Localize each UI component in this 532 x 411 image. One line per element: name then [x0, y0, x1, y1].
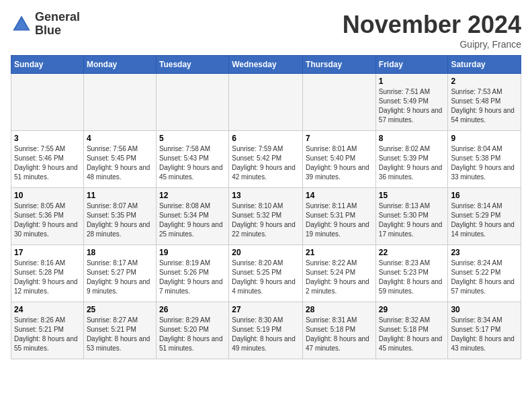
day-number: 21: [306, 248, 373, 257]
weekday-header-sunday: Sunday: [11, 56, 84, 74]
day-info: Sunrise: 8:30 AM Sunset: 5:19 PM Dayligh…: [232, 316, 300, 353]
calendar-cell: 5Sunrise: 7:58 AM Sunset: 5:43 PM Daylig…: [156, 131, 228, 188]
day-number: 20: [232, 248, 300, 257]
calendar-week-row: 17Sunrise: 8:16 AM Sunset: 5:28 PM Dayli…: [11, 245, 521, 302]
day-info: Sunrise: 7:53 AM Sunset: 5:48 PM Dayligh…: [451, 87, 518, 125]
day-info: Sunrise: 8:01 AM Sunset: 5:40 PM Dayligh…: [306, 144, 373, 182]
weekday-header-monday: Monday: [83, 56, 156, 74]
day-number: 25: [87, 305, 153, 314]
day-number: 28: [306, 305, 373, 314]
calendar-cell: 13Sunrise: 8:10 AM Sunset: 5:32 PM Dayli…: [229, 188, 303, 245]
day-number: 10: [14, 191, 81, 200]
calendar-cell: 18Sunrise: 8:17 AM Sunset: 5:27 PM Dayli…: [83, 245, 156, 302]
day-number: 12: [159, 191, 226, 200]
calendar-cell: 17Sunrise: 8:16 AM Sunset: 5:28 PM Dayli…: [11, 245, 84, 302]
day-info: Sunrise: 8:16 AM Sunset: 5:28 PM Dayligh…: [14, 259, 81, 296]
calendar-cell: 1Sunrise: 7:51 AM Sunset: 5:49 PM Daylig…: [375, 74, 448, 131]
calendar-cell: 6Sunrise: 7:59 AM Sunset: 5:42 PM Daylig…: [229, 131, 303, 188]
calendar-cell: 19Sunrise: 8:19 AM Sunset: 5:26 PM Dayli…: [156, 245, 228, 302]
calendar-cell: 23Sunrise: 8:24 AM Sunset: 5:22 PM Dayli…: [448, 245, 521, 302]
day-info: Sunrise: 8:02 AM Sunset: 5:39 PM Dayligh…: [379, 144, 445, 182]
day-number: 8: [379, 134, 445, 143]
day-info: Sunrise: 8:04 AM Sunset: 5:38 PM Dayligh…: [451, 144, 518, 182]
day-info: Sunrise: 8:32 AM Sunset: 5:18 PM Dayligh…: [379, 316, 445, 353]
calendar-cell: 20Sunrise: 8:20 AM Sunset: 5:25 PM Dayli…: [229, 245, 303, 302]
day-number: 16: [451, 191, 518, 200]
day-info: Sunrise: 8:17 AM Sunset: 5:27 PM Dayligh…: [87, 259, 153, 296]
day-info: Sunrise: 8:27 AM Sunset: 5:21 PM Dayligh…: [87, 316, 153, 353]
weekday-header-wednesday: Wednesday: [229, 56, 303, 74]
weekday-header-thursday: Thursday: [303, 56, 376, 74]
calendar-cell: 28Sunrise: 8:31 AM Sunset: 5:18 PM Dayli…: [303, 302, 376, 359]
weekday-header-tuesday: Tuesday: [156, 56, 228, 74]
day-info: Sunrise: 8:20 AM Sunset: 5:25 PM Dayligh…: [232, 259, 300, 296]
day-number: 30: [451, 305, 518, 314]
weekday-header-saturday: Saturday: [448, 56, 521, 74]
day-info: Sunrise: 7:51 AM Sunset: 5:49 PM Dayligh…: [379, 87, 445, 125]
calendar-cell: [229, 74, 303, 131]
calendar-cell: 24Sunrise: 8:26 AM Sunset: 5:21 PM Dayli…: [11, 302, 84, 359]
day-number: 13: [232, 191, 300, 200]
day-number: 15: [379, 191, 445, 200]
calendar-week-row: 24Sunrise: 8:26 AM Sunset: 5:21 PM Dayli…: [11, 302, 521, 359]
calendar-cell: 14Sunrise: 8:11 AM Sunset: 5:31 PM Dayli…: [303, 188, 376, 245]
calendar-cell: 4Sunrise: 7:56 AM Sunset: 5:45 PM Daylig…: [83, 131, 156, 188]
calendar-week-row: 1Sunrise: 7:51 AM Sunset: 5:49 PM Daylig…: [11, 74, 521, 131]
day-info: Sunrise: 7:56 AM Sunset: 5:45 PM Dayligh…: [87, 144, 153, 182]
day-info: Sunrise: 8:31 AM Sunset: 5:18 PM Dayligh…: [306, 316, 373, 353]
day-number: 24: [14, 305, 81, 314]
day-number: 4: [87, 134, 153, 143]
calendar-cell: 7Sunrise: 8:01 AM Sunset: 5:40 PM Daylig…: [303, 131, 376, 188]
day-number: 7: [306, 134, 373, 143]
day-number: 5: [159, 134, 226, 143]
day-number: 19: [159, 248, 226, 257]
day-info: Sunrise: 8:19 AM Sunset: 5:26 PM Dayligh…: [159, 259, 226, 296]
calendar-cell: 22Sunrise: 8:23 AM Sunset: 5:23 PM Dayli…: [375, 245, 448, 302]
day-info: Sunrise: 7:59 AM Sunset: 5:42 PM Dayligh…: [232, 144, 300, 182]
calendar-cell: 21Sunrise: 8:22 AM Sunset: 5:24 PM Dayli…: [303, 245, 376, 302]
calendar-table: SundayMondayTuesdayWednesdayThursdayFrid…: [11, 55, 521, 359]
day-number: 17: [14, 248, 81, 257]
day-info: Sunrise: 7:58 AM Sunset: 5:43 PM Dayligh…: [159, 144, 226, 182]
day-number: 9: [451, 134, 518, 143]
calendar-cell: 27Sunrise: 8:30 AM Sunset: 5:19 PM Dayli…: [229, 302, 303, 359]
day-number: 26: [159, 305, 226, 314]
calendar-week-row: 10Sunrise: 8:05 AM Sunset: 5:36 PM Dayli…: [11, 188, 521, 245]
day-info: Sunrise: 8:05 AM Sunset: 5:36 PM Dayligh…: [14, 201, 81, 239]
calendar-cell: 29Sunrise: 8:32 AM Sunset: 5:18 PM Dayli…: [375, 302, 448, 359]
day-number: 23: [451, 248, 518, 257]
calendar-cell: 15Sunrise: 8:13 AM Sunset: 5:30 PM Dayli…: [375, 188, 448, 245]
day-number: 3: [14, 134, 81, 143]
calendar-cell: 10Sunrise: 8:05 AM Sunset: 5:36 PM Dayli…: [11, 188, 84, 245]
day-number: 18: [87, 248, 153, 257]
day-number: 1: [379, 77, 445, 86]
day-info: Sunrise: 7:55 AM Sunset: 5:46 PM Dayligh…: [14, 144, 81, 182]
day-number: 14: [306, 191, 373, 200]
day-info: Sunrise: 8:07 AM Sunset: 5:35 PM Dayligh…: [87, 201, 153, 239]
day-info: Sunrise: 8:13 AM Sunset: 5:30 PM Dayligh…: [379, 201, 445, 239]
calendar-cell: 12Sunrise: 8:08 AM Sunset: 5:34 PM Dayli…: [156, 188, 228, 245]
calendar-cell: 16Sunrise: 8:14 AM Sunset: 5:29 PM Dayli…: [448, 188, 521, 245]
day-info: Sunrise: 8:29 AM Sunset: 5:20 PM Dayligh…: [159, 316, 226, 353]
calendar-cell: 2Sunrise: 7:53 AM Sunset: 5:48 PM Daylig…: [448, 74, 521, 131]
day-info: Sunrise: 8:08 AM Sunset: 5:34 PM Dayligh…: [159, 201, 226, 239]
day-number: 2: [451, 77, 518, 86]
location: Guipry, France: [343, 39, 521, 50]
calendar-header: SundayMondayTuesdayWednesdayThursdayFrid…: [11, 56, 521, 74]
day-info: Sunrise: 8:11 AM Sunset: 5:31 PM Dayligh…: [306, 201, 373, 239]
calendar-cell: 25Sunrise: 8:27 AM Sunset: 5:21 PM Dayli…: [83, 302, 156, 359]
day-info: Sunrise: 8:22 AM Sunset: 5:24 PM Dayligh…: [306, 259, 373, 296]
calendar-week-row: 3Sunrise: 7:55 AM Sunset: 5:46 PM Daylig…: [11, 131, 521, 188]
day-number: 27: [232, 305, 300, 314]
day-info: Sunrise: 8:10 AM Sunset: 5:32 PM Dayligh…: [232, 201, 300, 239]
logo-text: General Blue: [35, 11, 80, 38]
day-number: 22: [379, 248, 445, 257]
title-block: November 2024 Guipry, France: [343, 11, 521, 50]
day-number: 6: [232, 134, 300, 143]
logo-icon: [11, 13, 32, 35]
calendar-cell: 9Sunrise: 8:04 AM Sunset: 5:38 PM Daylig…: [448, 131, 521, 188]
day-number: 29: [379, 305, 445, 314]
calendar-cell: 3Sunrise: 7:55 AM Sunset: 5:46 PM Daylig…: [11, 131, 84, 188]
weekday-header-row: SundayMondayTuesdayWednesdayThursdayFrid…: [11, 56, 521, 74]
page-header: General Blue November 2024 Guipry, Franc…: [11, 11, 521, 50]
